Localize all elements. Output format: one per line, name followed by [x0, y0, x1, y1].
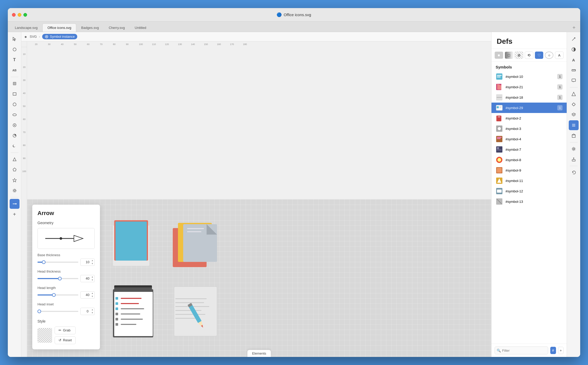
symbol-item-symbol-8[interactable]: #symbol-8 — [491, 155, 567, 165]
base-thickness-up[interactable]: ▲ — [91, 259, 94, 262]
head-length-value[interactable]: 40 ▲ ▼ — [80, 291, 95, 299]
head-length-slider[interactable] — [37, 294, 78, 295]
far-tool-cog[interactable] — [569, 144, 579, 154]
head-inset-slider[interactable] — [37, 311, 78, 312]
far-tool-layers[interactable] — [569, 110, 579, 120]
pentagon-tool[interactable] — [10, 165, 20, 175]
elements-tab[interactable]: Elements — [247, 350, 271, 357]
canvas[interactable]: Arrow Geometry — [27, 199, 491, 357]
head-inset-value[interactable]: 0 ▲ ▼ — [80, 308, 95, 315]
far-tool-comment[interactable] — [569, 76, 579, 86]
symbol-item-symbol-18[interactable]: #symbol-181 — [491, 92, 567, 103]
symbol-item-symbol-21[interactable]: #symbol-211 — [491, 82, 567, 92]
symbol-item-symbol-10[interactable]: #symbol-101 — [491, 71, 567, 82]
filter-input-wrapper: 🔍 — [495, 347, 548, 354]
canvas-icon-1[interactable] — [113, 220, 155, 267]
tab-office-icons[interactable]: Office icons.svg — [42, 23, 76, 32]
far-tool-building[interactable] — [569, 131, 579, 141]
symbol-item-symbol-11[interactable]: #symbol-11 — [491, 175, 567, 186]
svg-rect-61 — [114, 287, 152, 291]
symbol-item-symbol-4[interactable]: #symbol-4 — [491, 134, 567, 144]
tab-badges[interactable]: Badges.svg — [76, 23, 104, 32]
reset-button[interactable]: ↺ Reset — [55, 336, 76, 344]
symbol-item-symbol-13[interactable]: #symbol-13 — [491, 196, 567, 207]
tab-cherry[interactable]: Cherry.svg — [104, 23, 130, 32]
head-length-down[interactable]: ▼ — [91, 295, 94, 298]
far-tool-undo[interactable] — [569, 168, 579, 178]
filter-symbol[interactable]: ♡ — [535, 52, 544, 59]
add-shape-tool[interactable]: + — [10, 209, 20, 219]
head-inset-down[interactable]: ▼ — [91, 311, 94, 314]
grab-button[interactable]: ✏ Grab — [55, 326, 76, 334]
cursor-tool[interactable] — [10, 34, 20, 44]
svg-rect-69 — [116, 313, 118, 315]
pen-tool[interactable] — [10, 45, 20, 54]
head-thickness-down[interactable]: ▼ — [91, 279, 94, 282]
breadcrumb-svg[interactable]: ✱ SVG — [24, 35, 37, 39]
head-length-up[interactable]: ▲ — [91, 292, 94, 295]
canvas-icon-2[interactable] — [173, 220, 220, 267]
svg-point-8 — [14, 125, 15, 126]
minimize-button[interactable] — [18, 13, 21, 17]
filter-circle[interactable]: ○ — [545, 52, 553, 59]
far-tool-export[interactable] — [569, 154, 579, 164]
symbol-item-symbol-7[interactable]: #symbol-7 — [491, 144, 567, 155]
crop-tool[interactable] — [10, 79, 20, 89]
maximize-button[interactable] — [23, 13, 27, 17]
svg-text:120: 120 — [165, 43, 169, 46]
far-tool-triangle[interactable] — [569, 89, 579, 99]
target-tool[interactable] — [10, 120, 20, 130]
filter-fill[interactable]: ■ — [495, 52, 503, 59]
far-tool-crosshair[interactable] — [569, 99, 579, 109]
breadcrumb-instance[interactable]: Symbol instance — [42, 34, 77, 39]
moon-tool[interactable] — [10, 141, 20, 151]
filter-input[interactable] — [495, 347, 548, 354]
style-swatch[interactable] — [37, 328, 52, 343]
tabs-bar: Landscape.svg Office icons.svg Badges.sv… — [8, 22, 580, 32]
symbol-item-symbol-9[interactable]: #symbol-9 — [491, 165, 567, 175]
search-icon: 🔍 — [497, 349, 501, 353]
star-tool[interactable] — [10, 175, 20, 185]
circle-tool[interactable] — [10, 99, 20, 109]
add-tab-button[interactable]: + — [570, 23, 578, 32]
symbol-item-symbol-12[interactable]: #symbol-12 — [491, 186, 567, 196]
filter-text[interactable]: A — [555, 52, 564, 59]
text-tool[interactable]: T — [10, 55, 20, 65]
filter-stroke[interactable]: □ — [505, 52, 513, 59]
svg-rect-66 — [121, 303, 139, 304]
base-thickness-down[interactable]: ▼ — [91, 262, 94, 265]
head-thickness-slider[interactable] — [37, 278, 78, 279]
canvas-icon-4[interactable] — [173, 285, 218, 337]
filter-pattern[interactable]: ⊘ — [515, 52, 523, 59]
far-tool-arrow[interactable] — [569, 34, 579, 44]
symbol-item-symbol-29[interactable]: #symbol-291 — [491, 103, 567, 113]
text2-tool[interactable]: AB — [10, 65, 20, 75]
base-thickness-slider[interactable] — [37, 262, 78, 263]
head-inset-label: Head inset — [37, 302, 95, 306]
hash-button[interactable]: # — [550, 347, 556, 354]
head-thickness-value[interactable]: 40 ▲ ▼ — [80, 275, 95, 282]
tab-untitled[interactable]: Untitled — [130, 23, 151, 32]
gear-tool[interactable] — [10, 186, 20, 196]
symbol-item-symbol-2[interactable]: #symbol-2 — [491, 113, 567, 123]
pie-tool[interactable] — [10, 131, 20, 141]
tool-separator-2 — [11, 153, 18, 153]
rect-tool[interactable] — [10, 89, 20, 99]
triangle-tool[interactable] — [10, 154, 20, 164]
far-tool-font[interactable]: A — [569, 55, 579, 65]
close-button[interactable] — [12, 13, 16, 17]
far-tool-list[interactable] — [569, 120, 579, 130]
far-tool-contrast[interactable] — [569, 45, 579, 54]
symbol-item-symbol-3[interactable]: #symbol-3 — [491, 123, 567, 134]
head-inset-up[interactable]: ▲ — [91, 308, 94, 311]
canvas-icon-3[interactable] — [113, 285, 155, 337]
base-thickness-value[interactable]: 10 ▲ ▼ — [80, 259, 95, 266]
ellipse-tool[interactable] — [10, 110, 20, 120]
filter-transform[interactable]: ⟲ — [525, 52, 533, 59]
tab-landscape[interactable]: Landscape.svg — [10, 23, 42, 32]
far-tool-ruler[interactable] — [569, 65, 579, 75]
head-thickness-up[interactable]: ▲ — [91, 275, 94, 279]
add-symbol-button[interactable]: + — [558, 347, 564, 354]
arrow-tool[interactable] — [10, 199, 20, 209]
svg-text:60: 60 — [23, 118, 25, 121]
